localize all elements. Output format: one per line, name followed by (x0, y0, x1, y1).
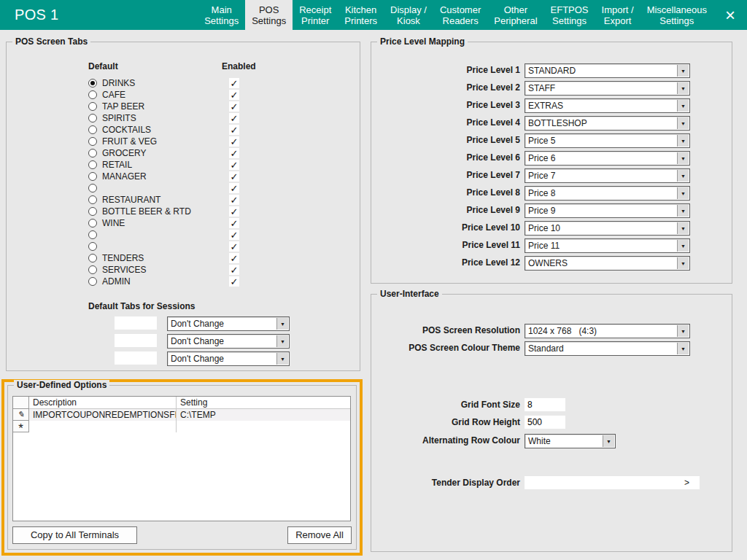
check-icon: ✓ (231, 125, 239, 135)
default-radio[interactable] (88, 265, 97, 274)
default-radio[interactable] (88, 277, 97, 286)
enabled-checkbox[interactable]: ✓ (229, 230, 239, 240)
price-level-dropdown[interactable]: EXTRAS▼ (525, 98, 690, 113)
pos-screen-resolution-dropdown[interactable]: 747 x 560 (4:3) ▼ (525, 324, 690, 338)
price-level-dropdown[interactable]: STAFF▼ (525, 81, 690, 96)
remove-all-button[interactable]: Remove All (287, 526, 352, 544)
tab-pos-settings[interactable]: POSSettings (245, 0, 293, 30)
price-level-dropdown[interactable]: STANDARD▼ (525, 63, 690, 78)
price-level-row: Price Level 11Price 11▼ (371, 238, 732, 253)
enabled-checkbox[interactable]: ✓ (229, 253, 239, 263)
enabled-checkbox[interactable]: ✓ (229, 160, 239, 170)
pos-tab-row: MANAGER✓ (88, 171, 351, 182)
enabled-checkbox[interactable]: ✓ (229, 171, 239, 182)
chevron-down-icon: ▼ (681, 69, 686, 74)
chevron-down-icon: ▼ (681, 209, 686, 214)
session-tab-dropdown[interactable]: Don't Change ▼ (167, 351, 290, 366)
default-radio[interactable] (88, 242, 97, 251)
price-level-dropdown[interactable]: BOTTLESHOP▼ (525, 116, 690, 131)
price-level-mapping-group: Price Level Mapping Price Level 1STANDAR… (371, 42, 732, 284)
price-level-dropdown[interactable]: Price 5▼ (525, 133, 690, 148)
session-tab-input[interactable] (115, 334, 157, 347)
grid-font-size-input[interactable] (525, 398, 565, 411)
alternating-row-colour-label: Alternating Row Colour (371, 435, 520, 446)
enabled-column-header: Enabled (222, 61, 256, 71)
enabled-checkbox[interactable]: ✓ (229, 78, 239, 88)
check-icon: ✓ (231, 265, 239, 275)
enabled-checkbox[interactable]: ✓ (229, 195, 239, 205)
pos-tab-row: SERVICES✓ (88, 264, 351, 276)
setting-cell[interactable]: C:\TEMP (177, 409, 350, 421)
tab-other-peripheral[interactable]: OtherPeripheral (487, 0, 543, 30)
default-radio[interactable] (88, 137, 97, 146)
default-radio[interactable] (88, 160, 97, 169)
price-level-dropdown[interactable]: OWNERS▼ (525, 256, 690, 271)
tender-display-order-label: Tender Display Order (371, 478, 520, 488)
default-radio[interactable] (88, 90, 97, 99)
pos-tab-row: ✓ (88, 229, 351, 241)
grid-row-height-input[interactable] (525, 416, 565, 429)
tab-kitchen-printers[interactable]: KitchenPrinters (338, 0, 384, 30)
pos-tab-row: GROCERY✓ (88, 147, 351, 159)
price-level-dropdown[interactable]: Price 8▼ (525, 186, 690, 201)
tab-main-settings[interactable]: MainSettings (198, 0, 245, 30)
default-radio[interactable] (88, 230, 97, 239)
tab-display-kiosk[interactable]: Display /Kiosk (384, 0, 433, 30)
chevron-down-icon: ▼ (681, 346, 686, 351)
session-tab-input[interactable] (115, 351, 157, 365)
tender-display-order-field[interactable]: > (525, 476, 700, 489)
price-level-dropdown[interactable]: Price 9▼ (525, 203, 690, 218)
price-level-row: Price Level 6Price 6▼ (371, 151, 732, 166)
enabled-checkbox[interactable]: ✓ (229, 125, 239, 135)
default-radio[interactable] (88, 172, 97, 181)
enabled-checkbox[interactable]: ✓ (229, 218, 239, 228)
table-row[interactable]: ✎ IMPORTCOUPONREDEMPTIONSFILE C:\TEMP (13, 409, 350, 421)
description-cell[interactable]: IMPORTCOUPONREDEMPTIONSFILE (29, 409, 177, 421)
default-radio[interactable] (88, 102, 97, 111)
tab-customer-readers[interactable]: CustomerReaders (433, 0, 487, 30)
default-radio[interactable] (88, 207, 97, 216)
new-row[interactable]: * (13, 421, 350, 432)
default-radio[interactable] (88, 149, 97, 158)
price-level-dropdown[interactable]: Price 6▼ (525, 151, 690, 166)
session-tab-input[interactable] (115, 316, 157, 330)
default-radio[interactable] (88, 79, 97, 88)
default-radio[interactable] (88, 114, 97, 122)
enabled-checkbox[interactable]: ✓ (229, 183, 239, 193)
enabled-checkbox[interactable]: ✓ (229, 206, 239, 217)
window-title: POS 1 (0, 0, 58, 30)
tab-import-export[interactable]: Import /Export (595, 0, 640, 30)
enabled-checkbox[interactable]: ✓ (229, 276, 239, 287)
user-defined-options-table[interactable]: Description Setting ✎ IMPORTCOUPONREDEMP… (12, 396, 351, 521)
session-tab-dropdown[interactable]: Don't Change ▼ (167, 334, 290, 349)
alternating-row-colour-dropdown[interactable]: White ▼ (525, 434, 616, 448)
copy-to-all-terminals-button[interactable]: Copy to All Terminals (12, 526, 137, 544)
enabled-checkbox[interactable]: ✓ (229, 101, 239, 112)
enabled-checkbox[interactable]: ✓ (229, 136, 239, 147)
price-level-dropdown[interactable]: Price 10▼ (525, 221, 690, 236)
default-radio[interactable] (88, 219, 97, 228)
default-radio[interactable] (88, 125, 97, 134)
enabled-checkbox[interactable]: ✓ (229, 265, 239, 275)
session-tab-dropdown[interactable]: Don't Change ▼ (167, 316, 290, 331)
chevron-down-icon: ▼ (681, 226, 686, 231)
default-radio[interactable] (88, 195, 97, 204)
close-button[interactable]: × (713, 0, 747, 30)
chevron-down-icon: ▼ (681, 156, 686, 161)
price-level-dropdown[interactable]: Price 11▼ (525, 238, 690, 253)
enabled-checkbox[interactable]: ✓ (229, 241, 239, 252)
enabled-checkbox[interactable]: ✓ (229, 113, 239, 123)
tab-miscellaneous-settings[interactable]: MiscellaneousSettings (640, 0, 713, 30)
price-level-dropdown[interactable]: Price 7▼ (525, 168, 690, 183)
pos-screen-colour-theme-dropdown[interactable]: Standard ▼ (525, 341, 690, 356)
group-legend: User-Interface (377, 289, 442, 299)
tab-receipt-printer[interactable]: ReceiptPrinter (293, 0, 338, 30)
tab-eftpos-settings[interactable]: EFTPOSSettings (544, 0, 595, 30)
enabled-checkbox[interactable]: ✓ (229, 148, 239, 158)
default-radio[interactable] (88, 184, 97, 192)
chevron-down-icon: ▼ (280, 357, 285, 362)
session-row: Don't Change ▼ (7, 316, 360, 331)
enabled-checkbox[interactable]: ✓ (229, 90, 239, 100)
check-icon: ✓ (231, 230, 239, 240)
default-radio[interactable] (88, 254, 97, 262)
